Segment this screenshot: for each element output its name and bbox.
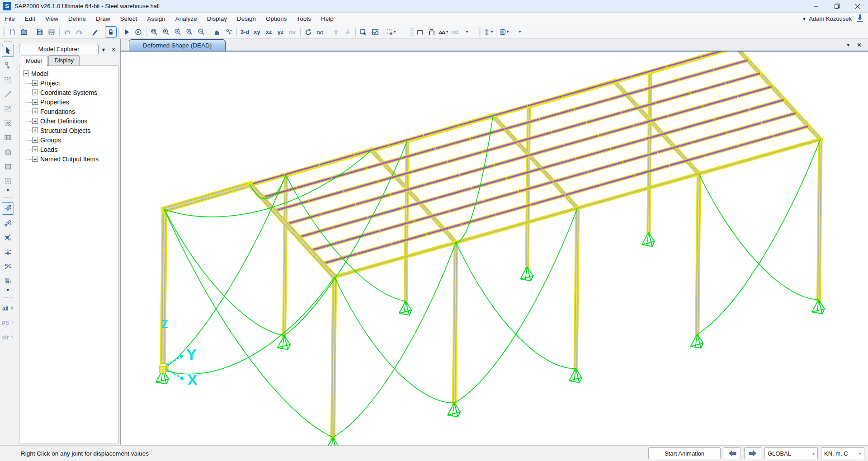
expand-box-icon[interactable]: +	[32, 118, 38, 124]
snap-joints-icon[interactable]	[2, 202, 14, 215]
explorer-close-icon[interactable]: ✕	[108, 47, 118, 54]
close-button[interactable]	[847, 0, 868, 12]
explorer-tab-display[interactable]: Display	[48, 55, 80, 66]
model-explorer-title[interactable]: Model Explorer	[19, 44, 99, 54]
select-window-dot-icon[interactable]	[2, 74, 14, 86]
chevron-down-icon[interactable]: ▼	[6, 188, 10, 193]
menu-define[interactable]: Define	[63, 14, 91, 24]
expand-box-icon[interactable]: +	[32, 108, 38, 114]
menu-display[interactable]: Display	[202, 14, 232, 24]
view-xy-button[interactable]: xy	[251, 26, 263, 38]
move-down-icon[interactable]	[342, 26, 354, 38]
tree-item-properties[interactable]: +Properties	[23, 97, 117, 107]
print-icon[interactable]	[46, 26, 57, 38]
draw-pen-icon[interactable]	[89, 26, 101, 38]
select-joint-icon[interactable]	[2, 59, 14, 71]
expand-box-icon[interactable]: +	[32, 99, 38, 105]
draw-more-button[interactable]: ▾	[461, 26, 473, 38]
run-analysis-icon[interactable]	[121, 26, 132, 38]
undo-icon[interactable]	[61, 26, 73, 38]
quick-draw-icon[interactable]	[2, 175, 14, 187]
view-xz-button[interactable]: xz	[263, 26, 275, 38]
object-display-icon[interactable]: ▾	[385, 26, 397, 38]
zoom-previous-icon[interactable]	[172, 26, 184, 38]
menu-options[interactable]: Options	[261, 14, 292, 24]
menu-assign[interactable]: Assign	[142, 14, 170, 24]
menu-analyze[interactable]: Analyze	[170, 14, 202, 24]
menu-edit[interactable]: Edit	[20, 14, 40, 24]
open-model-icon[interactable]	[18, 26, 30, 38]
draw-line-icon[interactable]	[2, 88, 14, 100]
display-options-icon[interactable]	[369, 26, 381, 38]
pan-icon[interactable]	[211, 26, 223, 38]
chevron-down-icon[interactable]: ▼	[6, 288, 10, 293]
draw-nd-button[interactable]: nd	[449, 26, 461, 38]
tree-item-named-output-items[interactable]: +Named Output Items	[23, 154, 117, 164]
expand-box-icon[interactable]: +	[32, 80, 38, 86]
select-fence-icon[interactable]	[2, 132, 14, 144]
expand-box-icon[interactable]: +	[32, 137, 38, 143]
rotate-view-icon[interactable]	[302, 26, 314, 38]
menu-design[interactable]: Design	[232, 14, 261, 24]
save-model-icon[interactable]	[34, 26, 46, 38]
units-select[interactable]: KN, m, C▾	[821, 447, 864, 459]
tree-item-foundations[interactable]: +Foundations	[23, 107, 117, 116]
view-yz-button[interactable]: yz	[275, 26, 287, 38]
perspective-view-icon[interactable]	[314, 26, 326, 38]
viewport-tab[interactable]: Deformed Shape (DEAD)	[129, 39, 226, 51]
snap-perpendicular-icon[interactable]	[2, 246, 14, 258]
clear-selection-icon[interactable]: clr	[2, 331, 14, 343]
draw-poly-area-icon[interactable]	[2, 146, 14, 158]
snap-lines-icon[interactable]	[2, 260, 14, 273]
next-step-button[interactable]	[744, 447, 761, 459]
coordinate-system-select[interactable]: GLOBAL▾	[764, 447, 818, 459]
run-sequence-icon[interactable]	[132, 26, 144, 38]
zoom-window-icon[interactable]	[148, 26, 160, 38]
move-up-icon[interactable]	[330, 26, 342, 38]
collapse-box-icon[interactable]: −	[23, 71, 29, 76]
tree-item-coordinate-systems[interactable]: +Coordinate Systems	[23, 88, 117, 97]
restore-button[interactable]	[826, 0, 847, 12]
new-model-icon[interactable]	[6, 26, 18, 38]
section-display-icon[interactable]: ▾	[498, 26, 510, 38]
menu-draw[interactable]: Draw	[91, 14, 115, 24]
snap-intersections-icon[interactable]	[2, 231, 14, 244]
assign-isection-icon[interactable]: ▾	[482, 26, 494, 38]
select-all-icon[interactable]: all	[2, 302, 14, 315]
minimize-button[interactable]	[806, 0, 826, 12]
view-3d-button[interactable]: 3-d	[239, 26, 251, 38]
draw-frame-special-icon[interactable]	[426, 26, 438, 38]
zoom-in-icon[interactable]	[184, 26, 195, 38]
viewport-close-icon[interactable]: ✕	[857, 42, 862, 48]
draw-truss-icon[interactable]: ▾	[438, 26, 449, 38]
draw-frame-icon[interactable]	[414, 26, 426, 38]
select-poly-line-icon[interactable]	[2, 103, 14, 115]
tree-item-loads[interactable]: +Loads	[23, 145, 117, 154]
menu-help[interactable]: Help	[316, 14, 339, 24]
previous-step-button[interactable]	[724, 447, 741, 459]
start-animation-button[interactable]: Start Animation	[648, 447, 721, 459]
tree-item-project[interactable]: +Project	[23, 78, 117, 88]
view-nv-button[interactable]: nv	[287, 26, 298, 38]
more-tools-button[interactable]: ▾	[514, 26, 526, 38]
previous-selection-icon[interactable]: PS	[2, 317, 14, 329]
menu-view[interactable]: View	[40, 14, 63, 24]
explorer-collapse-icon[interactable]: ▼	[99, 47, 108, 54]
viewport-collapse-icon[interactable]: ▼	[846, 42, 850, 47]
lock-model-icon[interactable]	[105, 26, 117, 38]
menu-select[interactable]: Select	[115, 14, 142, 24]
snap-midpoints-icon[interactable]	[2, 217, 14, 229]
user-menu[interactable]: ▼ Adam Kozousek	[802, 15, 852, 22]
zoom-out-icon[interactable]	[195, 26, 207, 38]
expand-box-icon[interactable]: +	[32, 156, 38, 162]
expand-box-icon[interactable]: +	[32, 127, 38, 133]
zoom-full-icon[interactable]	[160, 26, 172, 38]
expand-box-icon[interactable]: +	[32, 89, 38, 95]
tree-item-structural-objects[interactable]: +Structural Objects	[23, 126, 117, 135]
tree-item-model[interactable]: −Model	[23, 69, 117, 78]
select-pointer-icon[interactable]	[2, 45, 14, 57]
model-3d-view[interactable]: YXZ	[121, 52, 868, 445]
select-objects-icon[interactable]	[358, 26, 369, 38]
draw-rect-area-icon[interactable]	[2, 160, 14, 173]
redo-icon[interactable]	[73, 26, 85, 38]
